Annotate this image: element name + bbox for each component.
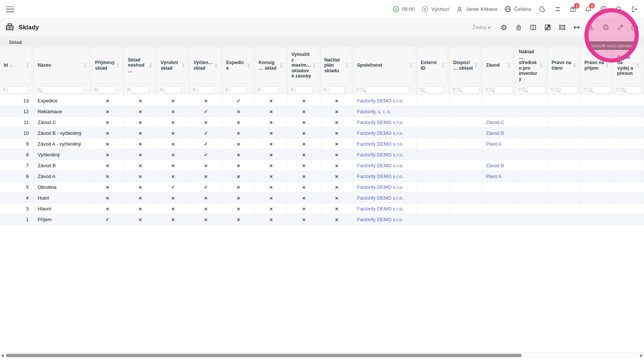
funnel-filter-icon[interactable]: ▽: [518, 88, 521, 92]
cell-link-spolecnost[interactable]: Factorify DEMO s.r.o.: [357, 98, 403, 104]
filter-input-vyloucit[interactable]: [295, 86, 312, 93]
filter-input-zavod[interactable]: [495, 86, 512, 93]
filter-input-id[interactable]: [7, 86, 28, 93]
edit-button[interactable]: [616, 23, 624, 32]
sigma-aggregate-icon[interactable]: Σ: [635, 63, 640, 68]
column-header-nazev[interactable]: NázevΣ: [34, 47, 91, 83]
notifications-button[interactable]: 2: [584, 5, 592, 13]
filter-input-pravo_vydej[interactable]: [626, 86, 641, 93]
column-header-expedice[interactable]: ExpediceΣ: [222, 47, 255, 83]
filter-input-vyrobni[interactable]: [164, 86, 181, 93]
user-menu[interactable]: Janek Křikava: [456, 6, 497, 13]
sigma-aggregate-icon[interactable]: Σ: [312, 63, 317, 68]
column-header-vyloucit[interactable]: Vyloučit z maxim… skladové zásobyΣ: [288, 47, 321, 83]
cell-link-spolecnost[interactable]: Factorify DEMO s.r.o.: [357, 163, 403, 168]
cell-link-zavod[interactable]: Plant A: [486, 174, 501, 179]
column-resize-handle[interactable]: [513, 49, 514, 82]
column-header-spolecnost[interactable]: SpolečnostΣ: [353, 47, 417, 83]
scroll-right-arrow-icon[interactable]: [640, 354, 643, 358]
column-header-externi[interactable]: Externí IDΣ: [417, 47, 449, 83]
view-selector-dropdown[interactable]: Žádný ▾: [473, 25, 490, 31]
sigma-aggregate-icon[interactable]: Σ: [605, 63, 610, 68]
table-row[interactable]: 13Expedice××××✓×××Factorify DEMO s.r.o.: [0, 95, 644, 106]
filter-input-nacitat[interactable]: [328, 86, 345, 93]
cell-link-spolecnost[interactable]: Factorify DEMO s.r.o.: [357, 141, 403, 147]
table-row[interactable]: 9Závod A - vyčleněný×××✓××××Factorify DE…: [0, 139, 644, 149]
column-header-pravo_prijem[interactable]: Právo na příjemΣ: [581, 47, 613, 83]
sigma-aggregate-icon[interactable]: Σ: [279, 63, 284, 68]
equals-operator-icon[interactable]: =: [258, 87, 261, 92]
filter-input-neshod[interactable]: [132, 86, 149, 93]
table-row[interactable]: 10Závod B - vyčleněný×××✓××××Factorify D…: [0, 128, 644, 139]
scroll-left-arrow-icon[interactable]: [1, 354, 4, 358]
column-resize-handle[interactable]: [32, 49, 33, 82]
sigma-aggregate-icon[interactable]: Σ: [474, 63, 479, 68]
sort-desc-icon[interactable]: ↓: [9, 63, 12, 68]
column-header-id[interactable]: Id ↓Σ: [0, 47, 34, 83]
funnel-filter-icon[interactable]: ▽: [584, 88, 587, 92]
column-resize-handle[interactable]: [253, 49, 254, 82]
system-status[interactable]: 05:00: [392, 6, 415, 13]
filter-input-konsig[interactable]: [262, 86, 280, 93]
column-header-neshod[interactable]: Sklad neshod…Σ: [124, 47, 157, 83]
cell-link-spolecnost[interactable]: Factorify DEMO s.r.o.: [357, 195, 403, 201]
column-resize-handle[interactable]: [578, 49, 580, 82]
sigma-aggregate-icon[interactable]: Σ: [539, 63, 544, 68]
sigma-aggregate-icon[interactable]: Σ: [441, 63, 446, 68]
theme-contrast-button[interactable]: [543, 23, 552, 32]
funnel-filter-icon[interactable]: ▽: [356, 88, 359, 92]
cell-link-spolecnost[interactable]: Factorify DEMO s.r.o.: [357, 130, 403, 136]
search-button[interactable]: [615, 5, 623, 13]
column-resize-handle[interactable]: [220, 49, 221, 82]
table-row[interactable]: 7Závod B××××××××Factorify DEMO s.r.o.Záv…: [0, 160, 644, 171]
funnel-filter-icon[interactable]: ▽: [485, 88, 488, 92]
funnel-filter-icon[interactable]: ▽: [616, 88, 619, 92]
equals-operator-icon[interactable]: =: [323, 87, 326, 92]
table-row[interactable]: 1Příjem✓×××××××Factorify DEMO s.r.o.: [0, 214, 644, 225]
sigma-aggregate-icon[interactable]: Σ: [25, 63, 30, 68]
cell-link-spolecnost[interactable]: Factorify DEMO s.r.o.: [357, 120, 403, 125]
column-resize-handle[interactable]: [611, 49, 612, 82]
settings-button[interactable]: ⚙: [500, 23, 508, 32]
create-record-button[interactable]: [631, 23, 639, 32]
equals-operator-icon[interactable]: =: [94, 87, 97, 92]
cell-link-spolecnost[interactable]: Factorify DEMO s.r.o.: [357, 217, 403, 222]
cell-link-zavod[interactable]: Závod B: [486, 130, 504, 136]
scrollbar-thumb[interactable]: [6, 354, 522, 357]
column-header-pravo_cteni[interactable]: Právo na čteníΣ: [548, 47, 581, 83]
cell-link-zavod[interactable]: Závod C: [486, 120, 504, 125]
table-row[interactable]: 4Hutní××××××××Factorify DEMO s.r.o.: [0, 193, 644, 203]
filter-input-externi[interactable]: [425, 86, 444, 93]
filter-input-naklad[interactable]: [527, 86, 545, 93]
currency-selector[interactable]: $ Výchozí: [422, 6, 449, 13]
sigma-aggregate-icon[interactable]: Σ: [345, 63, 350, 68]
autofit-columns-button[interactable]: [572, 23, 581, 32]
equals-operator-icon[interactable]: =: [3, 87, 6, 92]
horizontal-scrollbar[interactable]: [0, 352, 644, 358]
column-header-pravo_vydej[interactable]: Právo na výdej a přesunΣ: [613, 47, 644, 83]
sigma-aggregate-icon[interactable]: Σ: [246, 63, 251, 68]
filter-input-dispozi[interactable]: [462, 86, 480, 93]
sigma-aggregate-icon[interactable]: Σ: [148, 63, 153, 68]
funnel-filter-icon[interactable]: ▽: [551, 88, 554, 92]
funnel-filter-icon[interactable]: ▽: [452, 88, 455, 92]
table-row[interactable]: 3Hlavní××××××××Factorify DEMO s.r.o.: [0, 203, 644, 214]
logout-button[interactable]: [630, 5, 638, 13]
column-header-vyrobni[interactable]: Výrobní skladΣ: [157, 47, 190, 83]
equals-operator-icon[interactable]: =: [291, 87, 294, 92]
column-resize-handle[interactable]: [351, 49, 352, 82]
table-row[interactable]: 12Reklamace×××✓××××Factorify, s. r. o.: [0, 106, 644, 117]
column-header-naklad[interactable]: Náklad… středisko pro inventuryΣ: [515, 47, 548, 83]
column-header-zavod[interactable]: ZávodΣ: [482, 47, 515, 83]
sigma-aggregate-icon[interactable]: Σ: [572, 63, 577, 68]
cell-link-spolecnost[interactable]: Factorify, s. r. o.: [357, 109, 391, 114]
job-queue-button[interactable]: [553, 5, 562, 13]
cell-link-zavod[interactable]: Závod B: [486, 163, 504, 168]
column-resize-handle[interactable]: [318, 49, 319, 82]
column-header-vyclen[interactable]: Vyčlen… skladΣ: [190, 47, 222, 83]
equals-operator-icon[interactable]: =: [160, 87, 163, 92]
table-row[interactable]: 6Závod A××××××××Factorify DEMO s.r.o.Pla…: [0, 171, 644, 182]
filter-input-nazev[interactable]: [42, 86, 83, 93]
column-resize-handle[interactable]: [89, 49, 90, 82]
hamburger-menu-icon[interactable]: [6, 6, 14, 12]
